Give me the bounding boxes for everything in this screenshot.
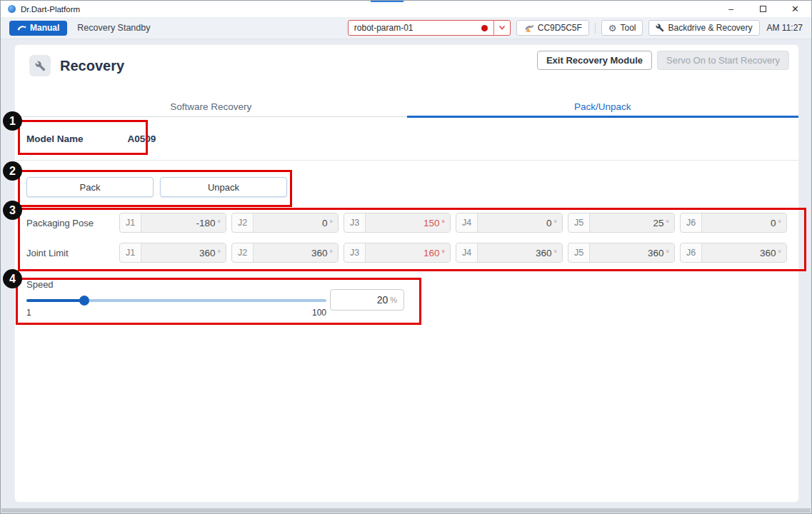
chevron-down-icon[interactable] [494, 25, 510, 31]
wrench-icon [656, 24, 664, 32]
annotation-box-2 [18, 170, 292, 207]
tab-pack-unpack[interactable]: Pack/Unpack [407, 97, 799, 116]
top-accent-strip [371, 1, 404, 2]
page-background: Recovery Exit Recovery Module Servo On t… [1, 40, 811, 513]
toolbar-separator [595, 23, 596, 34]
page-title: Recovery [60, 58, 124, 74]
manual-label: Manual [30, 23, 59, 33]
status-dot-icon [481, 25, 488, 31]
annotation-number-2: 2 [3, 161, 22, 181]
annotation-box-3 [18, 208, 806, 271]
annotation-box-1 [18, 120, 148, 155]
window-title: Dr.Dart-Platform [21, 5, 80, 14]
annotation-number-4: 4 [3, 269, 22, 288]
backdrive-recovery-button[interactable]: Backdrive & Recovery [648, 20, 759, 36]
recovery-card: Recovery Exit Recovery Module Servo On t… [14, 44, 799, 503]
clock-label: AM 11:27 [767, 23, 803, 33]
window-controls: – ✕ [715, 1, 811, 17]
app-icon [8, 5, 16, 13]
annotation-number-1: 1 [3, 111, 22, 131]
robot-warning-icon [523, 23, 534, 33]
close-button[interactable]: ✕ [779, 1, 811, 17]
card-header: Recovery Exit Recovery Module Servo On t… [15, 45, 798, 76]
backdrive-label: Backdrive & Recovery [668, 23, 752, 33]
tool-label: Tool [620, 23, 636, 33]
robot-serial-label: CC9D5C5F [538, 23, 582, 33]
robot-param-value: robot-param-01 [349, 23, 481, 33]
tab-bar: Software Recovery Pack/Unpack [15, 97, 798, 117]
annotation-box-4 [16, 278, 421, 325]
toolbar-right-group: robot-param-01 CC9D5C5F ⚙ Tool Bac [348, 20, 803, 36]
tool-button[interactable]: ⚙ Tool [601, 20, 643, 36]
maximize-icon [760, 6, 766, 12]
app-window: Dr.Dart-Platform – ✕ Manual Recovery Sta… [0, 0, 812, 514]
robot-arm-icon [17, 24, 26, 32]
servo-on-button[interactable]: Servo On to Start Recovery [657, 51, 789, 70]
minimize-button[interactable]: – [715, 1, 747, 17]
gear-icon: ⚙ [608, 24, 617, 33]
annotation-number-3: 3 [3, 201, 22, 220]
recovery-wrench-icon [29, 55, 51, 76]
tab-software-recovery[interactable]: Software Recovery [15, 97, 407, 116]
header-buttons: Exit Recovery Module Servo On to Start R… [537, 51, 789, 70]
robot-serial-button[interactable]: CC9D5C5F [516, 20, 589, 36]
maximize-button[interactable] [747, 1, 779, 17]
robot-status-label: Recovery Standby [77, 23, 150, 33]
title-bar: Dr.Dart-Platform – ✕ [1, 1, 811, 17]
robot-param-select[interactable]: robot-param-01 [348, 20, 511, 36]
top-toolbar: Manual Recovery Standby robot-param-01 C… [1, 17, 811, 39]
bottom-status-strip [1, 508, 811, 513]
manual-mode-button[interactable]: Manual [9, 21, 67, 36]
exit-recovery-button[interactable]: Exit Recovery Module [537, 51, 652, 70]
